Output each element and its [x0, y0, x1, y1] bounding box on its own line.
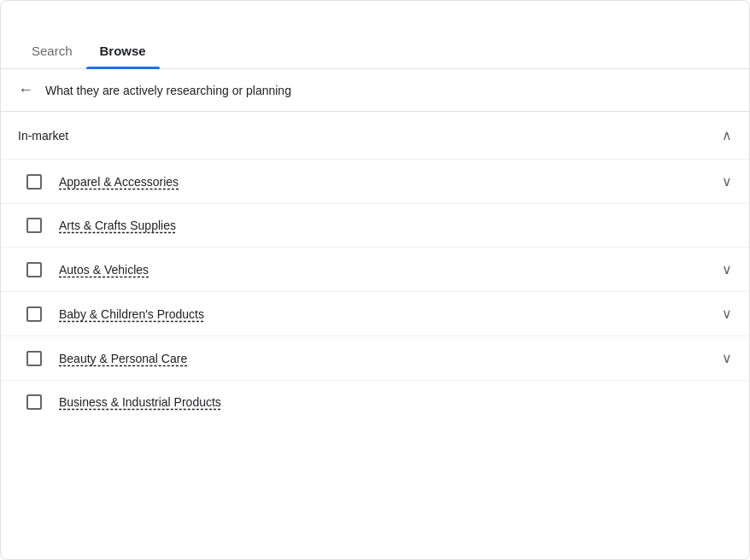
checkbox-baby[interactable]	[26, 306, 42, 322]
list-item-business[interactable]: Business & Industrial Products	[1, 380, 749, 423]
checkbox-beauty[interactable]	[26, 351, 42, 366]
checkbox-autos[interactable]	[26, 262, 42, 277]
list-item-apparel[interactable]: Apparel & Accessories ∨	[1, 159, 749, 203]
content-area: In-market ∧ Apparel & Accessories ∨ Arts…	[1, 112, 749, 559]
list-item-beauty[interactable]: Beauty & Personal Care ∨	[1, 335, 749, 380]
expand-chevron-baby[interactable]: ∨	[722, 306, 732, 322]
list-item-arts[interactable]: Arts & Crafts Supplies	[1, 203, 749, 247]
expand-chevron-beauty[interactable]: ∨	[722, 350, 732, 366]
section-chevron-icon: ∧	[722, 127, 732, 143]
expand-chevron-apparel[interactable]: ∨	[722, 173, 732, 190]
item-label-arts: Arts & Crafts Supplies	[59, 219, 732, 232]
back-arrow-icon: ←	[18, 81, 33, 99]
tab-browse[interactable]: Browse	[86, 33, 160, 68]
checkbox-apparel[interactable]	[26, 174, 42, 190]
list-item-autos[interactable]: Autos & Vehicles ∨	[1, 247, 749, 291]
tab-browse-label: Browse	[100, 44, 146, 58]
tab-search-label: Search	[32, 44, 73, 58]
section-title: In-market	[18, 129, 68, 143]
item-label-baby: Baby & Children's Products	[59, 307, 713, 321]
section-header-inmarket[interactable]: In-market ∧	[1, 112, 749, 159]
expand-chevron-autos[interactable]: ∨	[722, 261, 732, 277]
main-container: Search Browse ← What they are actively r…	[0, 0, 750, 560]
checkbox-arts[interactable]	[26, 218, 42, 233]
tab-bar: Search Browse	[1, 1, 749, 69]
item-label-business: Business & Industrial Products	[59, 395, 732, 409]
list-item-baby[interactable]: Baby & Children's Products ∨	[1, 291, 749, 335]
item-label-autos: Autos & Vehicles	[59, 263, 713, 277]
checkbox-business[interactable]	[26, 394, 42, 410]
tab-search[interactable]: Search	[18, 33, 86, 68]
breadcrumb-text: What they are actively researching or pl…	[45, 84, 291, 97]
back-button[interactable]: ←	[18, 81, 33, 99]
item-label-apparel: Apparel & Accessories	[59, 175, 713, 189]
breadcrumb-row: ← What they are actively researching or …	[1, 69, 749, 112]
item-label-beauty: Beauty & Personal Care	[59, 352, 713, 365]
list-container[interactable]: In-market ∧ Apparel & Accessories ∨ Arts…	[1, 112, 749, 559]
